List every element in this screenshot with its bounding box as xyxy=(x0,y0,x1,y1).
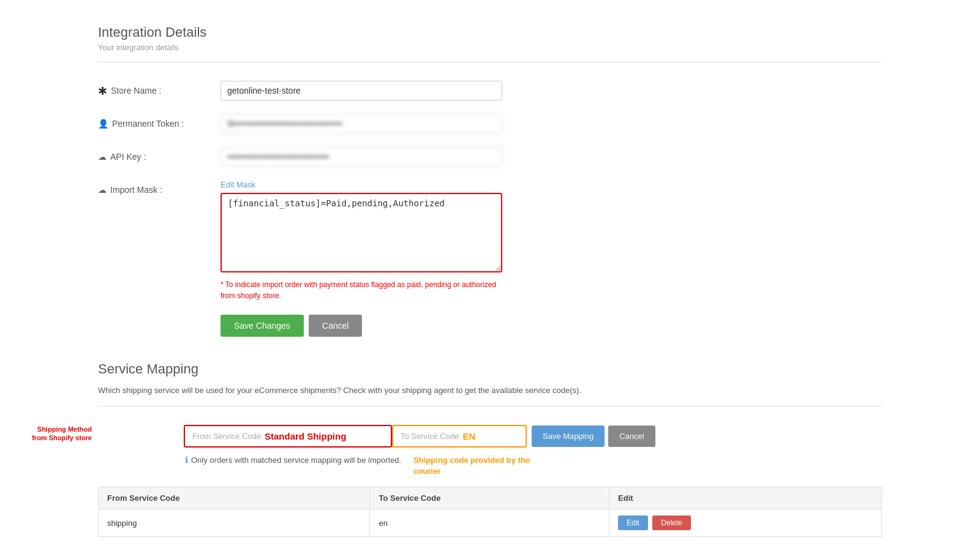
delete-row-button[interactable]: Delete xyxy=(652,515,691,530)
api-key-input[interactable] xyxy=(221,147,502,167)
permanent-token-label: 👤 Permanent Token : xyxy=(98,114,221,129)
import-mask-textarea[interactable]: [financial_status]=Paid,pending,Authoriz… xyxy=(221,193,502,272)
cell-to-service: en xyxy=(370,509,609,537)
cancel-mapping-button[interactable]: Cancel xyxy=(608,425,655,447)
from-service-code-wrapper: From Service Code Standard Shipping xyxy=(184,425,392,448)
edit-mask-link[interactable]: Edit Mask xyxy=(221,180,502,189)
info-icon: ℹ xyxy=(185,455,188,465)
api-key-row: ☁ API Key : xyxy=(98,147,882,167)
col-from-service: From Service Code xyxy=(99,487,370,509)
col-edit: Edit xyxy=(609,487,882,509)
table-header: From Service Code To Service Code Edit xyxy=(99,487,882,509)
save-mapping-button[interactable]: Save Mapping xyxy=(532,425,605,447)
header-divider xyxy=(98,62,882,62)
mask-hint-text: * To indicate import order with payment … xyxy=(221,279,502,301)
shipping-method-label: Shipping Methodfrom Shopify store xyxy=(18,425,92,443)
service-mapping-section: Service Mapping Which shipping service w… xyxy=(98,361,882,537)
from-service-label: From Service Code xyxy=(192,432,261,441)
mapping-input-row: From Service Code Standard Shipping To S… xyxy=(184,425,882,448)
api-key-label: ☁ API Key : xyxy=(98,147,221,162)
cell-edit-actions: Edit Delete xyxy=(609,509,882,537)
service-mapping-table: From Service Code To Service Code Edit s… xyxy=(98,487,882,537)
to-service-code-wrapper: To Service Code EN xyxy=(392,425,527,448)
page-title: Integration Details xyxy=(98,24,882,40)
from-service-value: Standard Shipping xyxy=(265,431,346,441)
mapping-hints-row: ℹ Only orders with matched service mappi… xyxy=(185,455,882,477)
required-star: ✱ xyxy=(98,86,107,97)
service-mapping-desc: Which shipping service will be used for … xyxy=(98,386,882,395)
cloud-icon: ☁ xyxy=(98,152,107,162)
save-changes-button[interactable]: Save Changes xyxy=(221,315,304,337)
mapping-divider xyxy=(98,406,882,407)
cancel-button[interactable]: Cancel xyxy=(309,315,363,337)
store-name-input[interactable] xyxy=(221,81,502,100)
import-mask-label: ☁ Import Mask : xyxy=(98,180,221,195)
permanent-token-input[interactable] xyxy=(221,114,502,133)
col-to-service: To Service Code xyxy=(370,487,609,509)
only-orders-hint: ℹ Only orders with matched service mappi… xyxy=(185,455,401,465)
import-mask-control: Edit Mask [financial_status]=Paid,pendin… xyxy=(221,180,502,301)
service-mapping-title: Service Mapping xyxy=(98,361,882,377)
person-icon: 👤 xyxy=(98,119,108,129)
cloud-icon-2: ☁ xyxy=(98,185,107,195)
cell-from-service: shipping xyxy=(99,509,370,537)
table-row: shipping en Edit Delete xyxy=(99,509,882,537)
courier-hint: Shipping code provided by thecourier xyxy=(413,455,530,477)
import-mask-row: ☁ Import Mask : Edit Mask [financial_sta… xyxy=(98,180,882,301)
store-name-control xyxy=(221,81,502,100)
to-service-label: To Service Code xyxy=(401,432,459,441)
form-buttons-row: Save Changes Cancel xyxy=(221,315,882,337)
page-subtitle: Your integration details xyxy=(98,43,882,52)
store-name-label: ✱ Store Name : xyxy=(98,81,221,97)
table-header-row: From Service Code To Service Code Edit xyxy=(99,487,882,509)
to-service-value: EN xyxy=(462,431,475,441)
permanent-token-control xyxy=(221,114,502,133)
api-key-control xyxy=(221,147,502,167)
store-name-row: ✱ Store Name : xyxy=(98,81,882,100)
table-body: shipping en Edit Delete xyxy=(99,509,882,537)
edit-row-button[interactable]: Edit xyxy=(618,515,648,530)
permanent-token-row: 👤 Permanent Token : xyxy=(98,114,882,133)
